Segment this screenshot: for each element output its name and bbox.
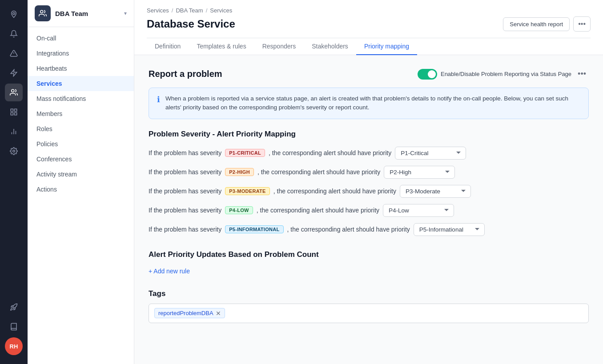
severity-prefix-p3: If the problem has severity <box>149 188 221 195</box>
sidebar-item-label: Conferences <box>36 156 72 163</box>
report-problem-section: Report a problem Enable/Disable Problem … <box>149 68 589 236</box>
severity-row-p3: If the problem has severity P3-MODERATE … <box>149 185 589 198</box>
severity-prefix-p5: If the problem has severity <box>149 226 221 233</box>
grid-icon[interactable] <box>5 103 23 121</box>
tab-definition[interactable]: Definition <box>147 38 189 55</box>
sidebar-item-services[interactable]: Services <box>28 76 134 91</box>
sidebar-item-members[interactable]: Members <box>28 106 134 121</box>
breadcrumb-services[interactable]: Services <box>147 7 169 14</box>
settings-icon[interactable] <box>5 142 23 160</box>
badge-p3-moderate: P3-MODERATE <box>225 187 270 195</box>
severity-mid-p2: , the corresponding alert should have pr… <box>257 168 380 176</box>
severity-row-p4: If the problem has severity P4-LOW , the… <box>149 204 589 217</box>
sidebar-item-activity-stream[interactable]: Activity stream <box>28 167 134 182</box>
tab-priority-mapping[interactable]: Priority mapping <box>356 38 417 55</box>
tab-responders[interactable]: Responders <box>254 38 304 55</box>
breadcrumb-dba-team[interactable]: DBA Team <box>176 7 203 14</box>
sidebar-item-conferences[interactable]: Conferences <box>28 152 134 167</box>
priority-select-p2[interactable]: P1-Critical P2-High P3-Moderate P4-Low P… <box>384 166 455 179</box>
svg-rect-5 <box>11 109 13 111</box>
toggle-wrap: Enable/Disable Problem Reporting via Sta… <box>418 69 571 80</box>
svg-point-13 <box>40 10 43 13</box>
top-header: Services / DBA Team / Services Database … <box>134 0 603 55</box>
sidebar-item-on-call[interactable]: On-call <box>28 31 134 46</box>
priority-select-p5[interactable]: P1-Critical P2-High P3-Moderate P4-Low P… <box>414 223 485 236</box>
bell-icon[interactable] <box>5 25 23 43</box>
tab-stakeholders[interactable]: Stakeholders <box>304 38 356 55</box>
sidebar-item-label: Heartbeats <box>36 65 67 72</box>
badge-p1-critical: P1-CRITICAL <box>225 149 265 157</box>
team-selector[interactable]: DBA Team ▾ <box>28 0 134 27</box>
priority-select-p1[interactable]: P1-Critical P2-High P3-Moderate P4-Low P… <box>395 147 466 160</box>
sidebar-item-integrations[interactable]: Integrations <box>28 46 134 61</box>
sidebar-item-label: Services <box>36 80 62 87</box>
svg-point-4 <box>12 89 14 92</box>
priority-select-p4[interactable]: P1-Critical P2-High P3-Moderate P4-Low P… <box>383 204 454 217</box>
info-box: ℹ When a problem is reported via a servi… <box>149 88 589 119</box>
tabs: Definition Templates & rules Responders … <box>147 38 591 55</box>
chart-icon[interactable] <box>5 123 23 140</box>
severity-mid-p4: , the corresponding alert should have pr… <box>257 207 379 214</box>
severity-mid-p1: , the corresponding alert should have pr… <box>269 149 391 156</box>
severity-prefix-p4: If the problem has severity <box>149 207 221 214</box>
sidebar-item-roles[interactable]: Roles <box>28 121 134 136</box>
svg-point-0 <box>13 12 15 15</box>
svg-point-12 <box>13 150 15 152</box>
severity-mid-p5: , the corresponding alert should have pr… <box>287 226 410 233</box>
zap-icon[interactable] <box>5 64 23 82</box>
breadcrumb-sep-1: / <box>172 7 173 14</box>
page-title-row: Database Service Service health report •… <box>147 16 591 38</box>
user-avatar[interactable]: RH <box>5 337 23 355</box>
rocket-icon[interactable] <box>5 298 23 316</box>
tags-input-area[interactable]: reportedProblemDBA ✕ <box>149 304 589 323</box>
svg-rect-7 <box>15 113 17 115</box>
badge-p5-informational: P5-INFORMATIONAL <box>225 225 283 233</box>
tag-chip-reported-problem-dba: reportedProblemDBA ✕ <box>154 308 225 318</box>
sidebar: DBA Team ▾ On-call Integrations Heartbea… <box>28 0 134 364</box>
sidebar-item-label: Actions <box>36 186 57 193</box>
severity-prefix-p2: If the problem has severity <box>149 168 221 176</box>
chevron-down-icon: ▾ <box>124 10 127 16</box>
team-icon <box>35 5 51 21</box>
sidebar-item-actions[interactable]: Actions <box>28 182 134 197</box>
severity-prefix-p1: If the problem has severity <box>149 149 221 156</box>
book-icon[interactable] <box>5 318 23 336</box>
section-controls: Enable/Disable Problem Reporting via Sta… <box>418 68 589 80</box>
section-more-button[interactable]: ••• <box>575 68 589 80</box>
breadcrumb-current: Services <box>210 7 232 14</box>
sidebar-item-label: On-call <box>36 35 56 42</box>
info-text: When a problem is reported via a service… <box>165 94 580 112</box>
breadcrumb-sep-2: / <box>206 7 208 14</box>
main-area: Services / DBA Team / Services Database … <box>134 0 603 364</box>
service-health-report-button[interactable]: Service health report <box>503 17 570 31</box>
sidebar-item-label: Integrations <box>36 50 69 57</box>
svg-rect-8 <box>11 113 13 115</box>
section-header: Report a problem Enable/Disable Problem … <box>149 68 589 80</box>
location-icon[interactable] <box>5 5 23 23</box>
sidebar-nav: On-call Integrations Heartbeats Services… <box>28 27 134 200</box>
sidebar-item-heartbeats[interactable]: Heartbeats <box>28 61 134 76</box>
sidebar-item-mass-notifications[interactable]: Mass notifications <box>28 91 134 106</box>
severity-row-p2: If the problem has severity P2-HIGH , th… <box>149 166 589 179</box>
tag-chip-remove-button[interactable]: ✕ <box>216 310 221 316</box>
info-icon: ℹ <box>157 95 160 112</box>
sidebar-item-label: Activity stream <box>36 171 77 178</box>
sidebar-item-label: Roles <box>36 125 52 132</box>
svg-rect-6 <box>15 109 17 111</box>
more-options-button[interactable]: ••• <box>573 16 591 32</box>
add-new-rule-link[interactable]: + Add new rule <box>149 268 190 275</box>
tags-title: Tags <box>149 289 589 298</box>
priority-select-p3[interactable]: P1-Critical P2-High P3-Moderate P4-Low P… <box>400 185 471 198</box>
sidebar-item-policies[interactable]: Policies <box>28 136 134 152</box>
team-name: DBA Team <box>55 10 120 17</box>
toggle-label: Enable/Disable Problem Reporting via Sta… <box>441 71 571 77</box>
alert-triangle-icon[interactable] <box>5 44 23 62</box>
severity-row-p5: If the problem has severity P5-INFORMATI… <box>149 223 589 236</box>
problem-reporting-toggle[interactable] <box>418 69 437 80</box>
breadcrumb: Services / DBA Team / Services <box>147 7 591 14</box>
users-icon[interactable] <box>5 84 23 101</box>
tag-chip-label: reportedProblemDBA <box>158 310 213 316</box>
tab-templates-rules[interactable]: Templates & rules <box>189 38 254 55</box>
icon-bar: RH <box>0 0 28 364</box>
sidebar-item-label: Members <box>36 110 62 117</box>
